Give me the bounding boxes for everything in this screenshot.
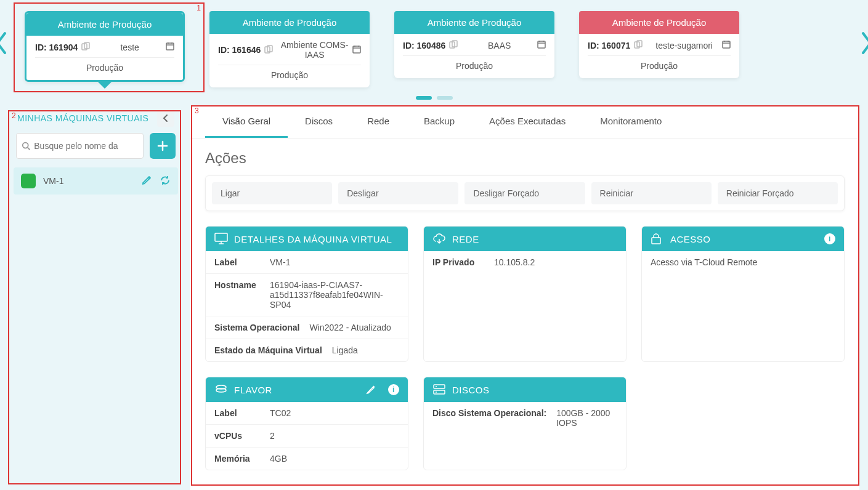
svg-line-25	[28, 148, 30, 150]
environment-subtype: Produção	[218, 70, 361, 80]
kv-key: Memória	[214, 454, 270, 464]
svg-rect-2	[166, 43, 174, 50]
action-reiniciar[interactable]: Reiniciar	[591, 182, 712, 204]
kv-row: Hostname161904-iaas-P-CIAAS7-a15d11337f8…	[206, 274, 408, 316]
search-input[interactable]	[34, 141, 138, 151]
environment-name: BAAS	[461, 41, 537, 50]
kv-key: IP Privado	[432, 257, 494, 267]
tab-rede[interactable]: Rede	[350, 106, 407, 138]
panel-body: LabelTC02vCPUs2Memória4GB	[206, 402, 408, 470]
calendar-icon[interactable]	[166, 42, 174, 52]
vm-name: VM-1	[43, 176, 141, 186]
panel-header: DETALHES DA MÁQUINA VIRTUAL	[206, 227, 408, 251]
svg-rect-33	[434, 390, 445, 394]
kv-value: Ligada	[332, 345, 399, 355]
svg-rect-26	[215, 233, 227, 241]
search-input-wrapper[interactable]	[16, 133, 144, 159]
info-icon[interactable]: i	[824, 233, 835, 244]
carousel-page-1[interactable]	[416, 96, 432, 100]
environment-card-title: Ambiente de Produção	[579, 11, 739, 34]
cloud-icon	[432, 233, 446, 245]
panel-body: LabelVM-1Hostname161904-iaas-P-CIAAS7-a1…	[206, 251, 408, 361]
environment-name: teste	[94, 42, 166, 52]
sidebar-title: MINHAS MÁQUINAS VIRTUAIS	[17, 113, 148, 123]
copy-icon[interactable]	[264, 45, 273, 55]
sidebar-search-row	[14, 133, 178, 167]
edit-icon[interactable]	[366, 385, 376, 395]
svg-rect-14	[538, 41, 545, 48]
kv-row: vCPUs2	[206, 425, 408, 448]
svg-rect-29	[652, 238, 660, 244]
panel-vm-details: DETALHES DA MÁQUINA VIRTUAL LabelVM-1Hos…	[205, 226, 408, 362]
environment-card[interactable]: Ambiente de ProduçãoID: 160486BAASProduç…	[394, 11, 554, 78]
actions-heading: Ações	[205, 150, 845, 167]
kv-row: LabelTC02	[206, 402, 408, 425]
action-ligar[interactable]: Ligar	[212, 182, 332, 204]
copy-icon[interactable]	[634, 40, 643, 50]
tab-backup[interactable]: Backup	[407, 106, 472, 138]
copy-icon[interactable]	[449, 40, 458, 50]
environment-id: ID: 160486	[403, 41, 445, 50]
panel-header: ACESSO i	[642, 227, 844, 251]
tab-discos[interactable]: Discos	[288, 106, 350, 138]
calendar-icon[interactable]	[722, 40, 731, 50]
environment-card-title: Ambiente de Produção	[26, 13, 183, 36]
vm-list: VM-1	[14, 167, 178, 195]
tab-monitoramento[interactable]: Monitoramento	[583, 106, 679, 138]
edit-icon[interactable]	[141, 175, 152, 188]
panel-disks: DISCOS Disco Sistema Operacional:100GB -…	[423, 377, 627, 470]
panel-title: REDE	[452, 234, 479, 244]
search-icon	[22, 141, 30, 151]
add-vm-button[interactable]	[150, 133, 176, 159]
kv-value: 10.105.8.2	[494, 257, 617, 267]
kv-key: vCPUs	[214, 431, 270, 441]
svg-point-24	[23, 143, 28, 148]
info-icon[interactable]: i	[388, 384, 399, 395]
vm-list-item[interactable]: VM-1	[14, 167, 178, 195]
kv-value: 2	[270, 431, 399, 441]
environment-card-title: Ambiente de Produção	[209, 11, 370, 34]
svg-rect-32	[434, 385, 445, 388]
kv-value: 4GB	[270, 454, 399, 464]
panel-row-2: FLAVOR i LabelTC02vCPUs2Memória4GB DISCO…	[205, 377, 845, 470]
refresh-icon[interactable]	[160, 175, 171, 188]
chevron-left-icon	[161, 114, 170, 122]
action-desligar[interactable]: Desligar	[338, 182, 458, 204]
kv-row: Sistema OperacionalWin2022 - Atualizado	[206, 316, 408, 339]
copy-icon[interactable]	[81, 42, 90, 52]
environment-id: ID: 161904	[35, 42, 78, 52]
panel-row-1: DETALHES DA MÁQUINA VIRTUAL LabelVM-1Hos…	[205, 226, 845, 362]
environment-name: teste-sugamori	[646, 41, 722, 50]
action-desligar-forçado[interactable]: Desligar Forçado	[464, 182, 585, 204]
vm-status-indicator	[21, 174, 36, 188]
kv-row: Memória4GB	[206, 448, 408, 470]
environment-card[interactable]: Ambiente de ProduçãoID: 161904testeProdu…	[25, 11, 185, 82]
svg-point-34	[436, 386, 437, 387]
environment-card[interactable]: Ambiente de ProduçãoID: 161646Ambiente C…	[209, 11, 370, 87]
kv-row: IP Privado10.105.8.2	[424, 251, 626, 273]
kv-key: Label	[214, 257, 270, 267]
action-reiniciar-forçado[interactable]: Reiniciar Forçado	[718, 182, 838, 204]
tab-visão-geral[interactable]: Visão Geral	[205, 106, 288, 138]
access-text: Acesso via T-Cloud Remote	[651, 257, 835, 267]
carousel-page-2[interactable]	[437, 96, 453, 100]
carousel-dots	[0, 92, 868, 106]
calendar-icon[interactable]	[352, 45, 361, 55]
vm-sidebar: MINHAS MÁQUINAS VIRTUAIS VM-1	[14, 106, 178, 490]
kv-key: Sistema Operacional	[214, 323, 310, 332]
tab-bar: Visão GeralDiscosRedeBackupAções Executa…	[190, 106, 859, 139]
layers-icon	[214, 384, 228, 396]
panel-title: DETALHES DA MÁQUINA VIRTUAL	[234, 234, 392, 244]
environment-carousel: Ambiente de ProduçãoID: 161904testeProdu…	[0, 0, 868, 92]
panel-flavor: FLAVOR i LabelTC02vCPUs2Memória4GB	[205, 377, 408, 470]
sidebar-collapse-button[interactable]	[157, 110, 174, 127]
panel-body: Acesso via T-Cloud Remote	[642, 251, 844, 273]
lock-icon	[651, 233, 664, 245]
environment-card[interactable]: Ambiente de ProduçãoID: 160071teste-suga…	[579, 11, 739, 78]
calendar-icon[interactable]	[537, 40, 546, 50]
environment-subtype: Produção	[35, 63, 174, 73]
server-icon	[432, 384, 446, 396]
tab-ações-executadas[interactable]: Ações Executadas	[472, 106, 583, 138]
panel-title: FLAVOR	[234, 385, 272, 395]
sidebar-header: MINHAS MÁQUINAS VIRTUAIS	[14, 106, 178, 133]
